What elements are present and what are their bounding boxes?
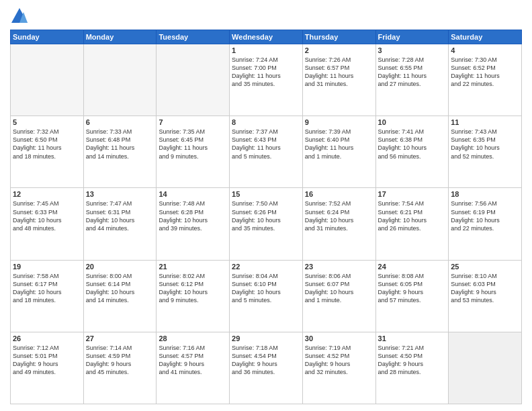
weekday-thursday: Thursday xyxy=(302,30,375,44)
week-row-4: 19Sunrise: 7:58 AM Sunset: 6:17 PM Dayli… xyxy=(11,260,522,332)
week-row-3: 12Sunrise: 7:45 AM Sunset: 6:33 PM Dayli… xyxy=(11,188,522,260)
calendar-cell: 4Sunrise: 7:30 AM Sunset: 6:52 PM Daylig… xyxy=(449,44,522,116)
day-info: Sunrise: 7:50 AM Sunset: 6:26 PM Dayligh… xyxy=(232,199,300,232)
day-info: Sunrise: 7:14 AM Sunset: 4:59 PM Dayligh… xyxy=(86,344,154,377)
calendar-cell: 19Sunrise: 7:58 AM Sunset: 6:17 PM Dayli… xyxy=(11,260,84,332)
day-info: Sunrise: 8:02 AM Sunset: 6:12 PM Dayligh… xyxy=(159,272,227,305)
day-number: 11 xyxy=(451,118,519,126)
calendar-cell: 24Sunrise: 8:08 AM Sunset: 6:05 PM Dayli… xyxy=(375,260,449,332)
day-info: Sunrise: 7:19 AM Sunset: 4:52 PM Dayligh… xyxy=(305,344,373,377)
day-info: Sunrise: 7:21 AM Sunset: 4:50 PM Dayligh… xyxy=(378,344,447,377)
logo-icon xyxy=(10,7,29,26)
calendar-cell: 1Sunrise: 7:24 AM Sunset: 7:00 PM Daylig… xyxy=(230,44,303,116)
day-info: Sunrise: 8:04 AM Sunset: 6:10 PM Dayligh… xyxy=(232,272,300,305)
calendar-cell xyxy=(157,44,230,116)
page: SundayMondayTuesdayWednesdayThursdayFrid… xyxy=(0,0,532,411)
day-number: 22 xyxy=(232,263,300,271)
day-number: 13 xyxy=(86,190,154,198)
calendar: SundayMondayTuesdayWednesdayThursdayFrid… xyxy=(10,30,522,404)
day-info: Sunrise: 7:47 AM Sunset: 6:31 PM Dayligh… xyxy=(86,199,154,232)
calendar-cell: 3Sunrise: 7:28 AM Sunset: 6:55 PM Daylig… xyxy=(375,44,449,116)
day-info: Sunrise: 7:48 AM Sunset: 6:28 PM Dayligh… xyxy=(159,199,227,232)
day-info: Sunrise: 8:00 AM Sunset: 6:14 PM Dayligh… xyxy=(86,272,154,305)
calendar-cell: 5Sunrise: 7:32 AM Sunset: 6:50 PM Daylig… xyxy=(11,116,84,188)
calendar-cell: 9Sunrise: 7:39 AM Sunset: 6:40 PM Daylig… xyxy=(302,116,375,188)
day-info: Sunrise: 8:06 AM Sunset: 6:07 PM Dayligh… xyxy=(305,272,373,305)
day-number: 25 xyxy=(451,263,519,271)
calendar-cell: 25Sunrise: 8:10 AM Sunset: 6:03 PM Dayli… xyxy=(449,260,522,332)
weekday-monday: Monday xyxy=(83,30,157,44)
calendar-cell: 15Sunrise: 7:50 AM Sunset: 6:26 PM Dayli… xyxy=(230,188,303,260)
day-number: 18 xyxy=(451,190,519,198)
calendar-cell: 22Sunrise: 8:04 AM Sunset: 6:10 PM Dayli… xyxy=(230,260,303,332)
day-number: 3 xyxy=(378,46,447,54)
day-number: 31 xyxy=(378,334,447,342)
calendar-cell xyxy=(449,332,522,404)
weekday-saturday: Saturday xyxy=(449,30,522,44)
header xyxy=(10,7,522,26)
day-info: Sunrise: 8:08 AM Sunset: 6:05 PM Dayligh… xyxy=(378,272,447,305)
day-info: Sunrise: 7:18 AM Sunset: 4:54 PM Dayligh… xyxy=(232,344,300,377)
day-number: 26 xyxy=(13,334,81,342)
day-info: Sunrise: 7:35 AM Sunset: 6:45 PM Dayligh… xyxy=(159,128,227,161)
weekday-tuesday: Tuesday xyxy=(157,30,230,44)
day-number: 24 xyxy=(378,263,447,271)
calendar-cell: 28Sunrise: 7:16 AM Sunset: 4:57 PM Dayli… xyxy=(157,332,230,404)
day-number: 12 xyxy=(13,190,81,198)
logo xyxy=(10,7,32,26)
day-number: 21 xyxy=(159,263,227,271)
day-info: Sunrise: 7:39 AM Sunset: 6:40 PM Dayligh… xyxy=(305,128,373,161)
day-number: 8 xyxy=(232,118,300,126)
calendar-cell: 17Sunrise: 7:54 AM Sunset: 6:21 PM Dayli… xyxy=(375,188,449,260)
day-number: 29 xyxy=(232,334,300,342)
calendar-cell: 27Sunrise: 7:14 AM Sunset: 4:59 PM Dayli… xyxy=(83,332,157,404)
calendar-cell: 11Sunrise: 7:43 AM Sunset: 6:35 PM Dayli… xyxy=(449,116,522,188)
day-info: Sunrise: 7:41 AM Sunset: 6:38 PM Dayligh… xyxy=(378,128,447,161)
day-info: Sunrise: 7:12 AM Sunset: 5:01 PM Dayligh… xyxy=(13,344,81,377)
calendar-cell: 23Sunrise: 8:06 AM Sunset: 6:07 PM Dayli… xyxy=(302,260,375,332)
calendar-cell: 16Sunrise: 7:52 AM Sunset: 6:24 PM Dayli… xyxy=(302,188,375,260)
day-number: 6 xyxy=(86,118,154,126)
day-info: Sunrise: 7:30 AM Sunset: 6:52 PM Dayligh… xyxy=(451,56,519,89)
day-info: Sunrise: 7:26 AM Sunset: 6:57 PM Dayligh… xyxy=(305,56,373,89)
day-number: 30 xyxy=(305,334,373,342)
day-info: Sunrise: 7:45 AM Sunset: 6:33 PM Dayligh… xyxy=(13,199,81,232)
day-number: 23 xyxy=(305,263,373,271)
day-info: Sunrise: 7:54 AM Sunset: 6:21 PM Dayligh… xyxy=(378,199,447,232)
day-number: 4 xyxy=(451,46,519,54)
day-number: 14 xyxy=(159,190,227,198)
calendar-cell: 2Sunrise: 7:26 AM Sunset: 6:57 PM Daylig… xyxy=(302,44,375,116)
day-info: Sunrise: 7:43 AM Sunset: 6:35 PM Dayligh… xyxy=(451,128,519,161)
day-info: Sunrise: 8:10 AM Sunset: 6:03 PM Dayligh… xyxy=(451,272,519,305)
weekday-wednesday: Wednesday xyxy=(230,30,303,44)
calendar-cell xyxy=(11,44,84,116)
day-number: 27 xyxy=(86,334,154,342)
day-info: Sunrise: 7:33 AM Sunset: 6:48 PM Dayligh… xyxy=(86,128,154,161)
day-number: 28 xyxy=(159,334,227,342)
calendar-cell: 8Sunrise: 7:37 AM Sunset: 6:43 PM Daylig… xyxy=(230,116,303,188)
calendar-cell: 31Sunrise: 7:21 AM Sunset: 4:50 PM Dayli… xyxy=(375,332,449,404)
day-info: Sunrise: 7:58 AM Sunset: 6:17 PM Dayligh… xyxy=(13,272,81,305)
day-info: Sunrise: 7:24 AM Sunset: 7:00 PM Dayligh… xyxy=(232,56,300,89)
week-row-5: 26Sunrise: 7:12 AM Sunset: 5:01 PM Dayli… xyxy=(11,332,522,404)
calendar-cell: 21Sunrise: 8:02 AM Sunset: 6:12 PM Dayli… xyxy=(157,260,230,332)
calendar-cell: 14Sunrise: 7:48 AM Sunset: 6:28 PM Dayli… xyxy=(157,188,230,260)
day-info: Sunrise: 7:32 AM Sunset: 6:50 PM Dayligh… xyxy=(13,128,81,161)
day-number: 10 xyxy=(378,118,447,126)
week-row-1: 1Sunrise: 7:24 AM Sunset: 7:00 PM Daylig… xyxy=(11,44,522,116)
day-number: 20 xyxy=(86,263,154,271)
weekday-friday: Friday xyxy=(375,30,449,44)
day-number: 7 xyxy=(159,118,227,126)
day-number: 9 xyxy=(305,118,373,126)
calendar-cell: 29Sunrise: 7:18 AM Sunset: 4:54 PM Dayli… xyxy=(230,332,303,404)
calendar-cell: 20Sunrise: 8:00 AM Sunset: 6:14 PM Dayli… xyxy=(83,260,157,332)
day-number: 2 xyxy=(305,46,373,54)
day-info: Sunrise: 7:28 AM Sunset: 6:55 PM Dayligh… xyxy=(378,56,447,89)
week-row-2: 5Sunrise: 7:32 AM Sunset: 6:50 PM Daylig… xyxy=(11,116,522,188)
day-number: 17 xyxy=(378,190,447,198)
calendar-cell: 6Sunrise: 7:33 AM Sunset: 6:48 PM Daylig… xyxy=(83,116,157,188)
day-info: Sunrise: 7:56 AM Sunset: 6:19 PM Dayligh… xyxy=(451,199,519,232)
calendar-cell xyxy=(83,44,157,116)
calendar-cell: 7Sunrise: 7:35 AM Sunset: 6:45 PM Daylig… xyxy=(157,116,230,188)
day-number: 19 xyxy=(13,263,81,271)
